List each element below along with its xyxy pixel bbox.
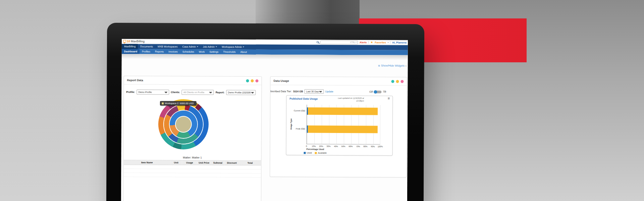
widget-control-dot[interactable] xyxy=(400,80,404,83)
logo-number[interactable]: 10 xyxy=(127,40,130,43)
clients-select[interactable]: All Clients on Profile xyxy=(182,90,214,95)
sub-nav-profiles[interactable]: Profiles xyxy=(140,49,153,54)
tooltip-series-chip xyxy=(162,102,164,104)
main-nav-workspace-admin[interactable]: Workspace Admin xyxy=(219,44,247,49)
bar-current xyxy=(307,108,380,115)
sub-nav-work[interactable]: Work xyxy=(197,49,207,54)
report-filters: Profile: Demo Profile Clients: All Clien… xyxy=(124,84,261,95)
chevron-down-icon xyxy=(319,91,322,92)
legend-used: Used xyxy=(304,152,312,154)
chevron-down-icon xyxy=(164,91,167,93)
brand-name[interactable]: MaxBilling xyxy=(131,40,145,43)
chevron-down-icon xyxy=(251,92,254,93)
search-shortcut-hint: CTRL+/ xyxy=(350,41,357,43)
sub-nav-settings[interactable]: Settings xyxy=(207,49,221,54)
widget-controls xyxy=(246,79,258,82)
bar-peak xyxy=(307,126,380,133)
tier-label: Subscribed Data Tier: xyxy=(270,90,291,93)
alerts-link[interactable]: Alerts xyxy=(360,41,367,44)
legend-available: Available xyxy=(315,152,327,154)
data-usage-widget: Data Usage Subscribed Data Tier: 1024 GB… xyxy=(270,76,407,178)
report-select[interactable]: Demo Profile (202009 xyxy=(226,90,256,95)
sunburst-chart[interactable] xyxy=(158,99,209,150)
tooltip-text: Workspace 2: 5000.00 USD xyxy=(165,102,194,105)
y-category-peak: Peak (GB) xyxy=(286,128,305,130)
report-data-widget: Report Data Profile: Demo Profile xyxy=(123,76,262,201)
search-box: CTRL+/ xyxy=(320,40,358,44)
utility-bar-right: CTRL+/ Alerts ★ Favorites ▾ Hi, Plamena xyxy=(317,40,407,44)
sub-nav-reports[interactable]: Reports xyxy=(153,49,166,54)
widget-control-dot[interactable] xyxy=(396,80,399,83)
show-hide-widgets-label: Show/Hide Widgets xyxy=(381,64,405,67)
report-items-table: Item Name Unit Usage Unit Price Subtotal… xyxy=(123,160,261,178)
x-axis-title: Percentage Used xyxy=(307,148,324,150)
chevron-down-icon xyxy=(209,92,212,93)
search-icon[interactable] xyxy=(317,41,319,43)
legend-swatch-used xyxy=(304,152,306,154)
sunburst-center xyxy=(176,117,191,132)
hamburger-icon: ≡ xyxy=(378,64,380,67)
tb-label: TB xyxy=(383,90,386,93)
main-nav-mxb-workspaces[interactable]: MXB Workspaces xyxy=(155,44,180,49)
chart-legend: Used Available xyxy=(304,152,327,154)
main-nav-documents[interactable]: Documents xyxy=(138,44,155,49)
date-range-select[interactable]: Last 30 Days xyxy=(304,89,324,94)
clients-label: Clients: xyxy=(171,91,180,94)
scene: 10 MaxBilling CTRL+/ Alerts ★ Favorites … xyxy=(0,0,644,201)
tooltip-arrow xyxy=(196,103,197,105)
profile-label: Profile: xyxy=(126,90,135,93)
star-icon[interactable]: ★ xyxy=(370,41,373,44)
chevron-down-icon: ▾ xyxy=(406,65,407,67)
sub-nav-schedules[interactable]: Schedules xyxy=(180,49,197,54)
report-data-header: Report Data xyxy=(124,76,261,85)
chart-menu-icon[interactable]: ≡ xyxy=(388,97,390,100)
gb-tb-toggle[interactable] xyxy=(374,90,382,93)
widget-control-dot[interactable] xyxy=(251,79,254,82)
report-label: Report: xyxy=(216,91,225,94)
widget-control-dot[interactable] xyxy=(246,79,249,82)
col-usage: Usage xyxy=(182,160,197,165)
col-discount: Discount xyxy=(225,160,239,165)
sub-nav-thresholds[interactable]: Thresholds xyxy=(221,49,238,54)
dashboard-page: ≡ Show/Hide Widgets ▾ Report Data xyxy=(121,54,408,201)
chart-last-updated: Last updated on 11/9/2020 at 10:08pm xyxy=(314,97,364,103)
tier-value: 1024 GB xyxy=(293,90,303,93)
profile-select[interactable]: Demo Profile xyxy=(137,89,169,94)
main-nav-job-admin[interactable]: Job Admin xyxy=(201,44,219,49)
widget-control-dot[interactable] xyxy=(391,80,394,83)
separator xyxy=(390,41,390,44)
main-nav-maxbilling[interactable]: MaxBilling xyxy=(122,44,138,49)
widget-controls xyxy=(391,80,404,83)
separator xyxy=(368,41,369,44)
widget-title: Data Usage xyxy=(273,79,289,82)
data-usage-header: Data Usage xyxy=(270,77,407,86)
plot-area xyxy=(307,105,381,145)
sub-nav-about[interactable]: About xyxy=(238,50,249,55)
chevron-down-icon xyxy=(197,46,198,47)
col-unit-price: Unit Price xyxy=(197,160,211,165)
main-nav-case-admin[interactable]: Case Admin xyxy=(180,44,201,49)
sub-nav-invoices[interactable]: Invoices xyxy=(166,49,180,54)
chevron-down-icon xyxy=(243,47,244,48)
col-item-name: Item Name xyxy=(123,160,170,165)
col-total: Total xyxy=(239,160,261,165)
x-axis-ticks: 0 10% 20% 30% 40% 50% 60% 70% 80% 90% 10… xyxy=(303,145,384,147)
widget-control-dot[interactable] xyxy=(255,79,258,82)
widget-title: Report Data xyxy=(127,78,143,82)
gb-label: GB xyxy=(369,90,373,93)
user-greeting[interactable]: Hi, Plamena xyxy=(392,41,407,44)
update-link[interactable]: Update xyxy=(325,90,333,93)
bar-segment-available xyxy=(308,108,378,115)
chevron-down-icon[interactable]: ▾ xyxy=(388,42,389,44)
show-hide-widgets-button[interactable]: ≡ Show/Hide Widgets ▾ xyxy=(378,64,406,67)
monitor-bezel: 10 MaxBilling CTRL+/ Alerts ★ Favorites … xyxy=(106,23,424,201)
unit-toggle-group: GB TB xyxy=(369,90,386,93)
sub-nav-dashboard[interactable]: Dashboard xyxy=(122,49,140,54)
maxbilling-logo-icon xyxy=(123,40,126,43)
bar-segment-available xyxy=(308,126,378,133)
table-row xyxy=(123,173,261,178)
favorites-link[interactable]: Favorites xyxy=(375,41,386,44)
col-unit: Unit xyxy=(170,160,182,165)
y-axis-title: Usage Type xyxy=(290,114,292,134)
y-category-current: Current (GB) xyxy=(286,110,305,112)
